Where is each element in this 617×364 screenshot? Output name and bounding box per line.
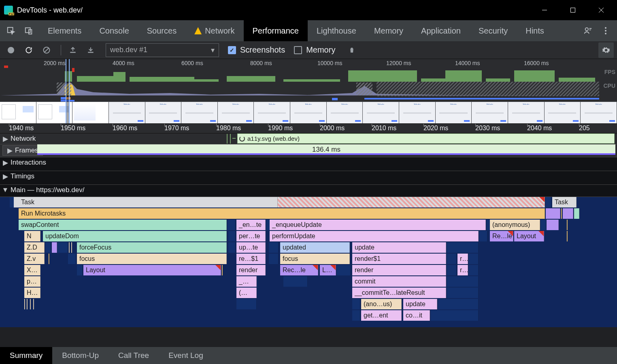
flame-bar[interactable]: render$1 bbox=[352, 254, 446, 264]
flame-bar[interactable]: up…te bbox=[236, 242, 266, 253]
flame-bar[interactable]: focus bbox=[280, 254, 350, 264]
screenshot-thumb[interactable]: Web.dev bbox=[363, 102, 399, 123]
track-interactions[interactable]: ▶Interactions bbox=[0, 157, 617, 171]
flame-bar-longtask[interactable] bbox=[278, 197, 545, 207]
delete-recording-button[interactable] bbox=[344, 42, 360, 58]
flame-bar[interactable]: performUpdate bbox=[270, 231, 479, 241]
flame-bar[interactable] bbox=[447, 288, 479, 298]
screenshot-thumb[interactable] bbox=[72, 102, 109, 123]
flame-bar[interactable] bbox=[447, 254, 457, 264]
flame-bar[interactable]: (anonymous) bbox=[490, 220, 540, 230]
flame-bar[interactable] bbox=[469, 254, 479, 264]
flame-bar[interactable] bbox=[69, 242, 70, 253]
flame-bar[interactable] bbox=[438, 299, 479, 309]
flame-bar[interactable] bbox=[228, 242, 236, 253]
record-button[interactable] bbox=[3, 42, 19, 58]
flame-bar[interactable]: Z.D bbox=[24, 242, 45, 253]
flame-bar[interactable] bbox=[567, 220, 568, 230]
flame-bar[interactable] bbox=[71, 242, 72, 253]
screenshot-thumb[interactable]: Web.dev bbox=[472, 102, 508, 123]
flame-bar[interactable] bbox=[447, 242, 479, 253]
flame-bar[interactable] bbox=[27, 299, 28, 309]
flame-bar[interactable]: Layout bbox=[83, 265, 221, 275]
flame-bar[interactable] bbox=[563, 208, 573, 219]
flame-bar[interactable]: r… bbox=[457, 265, 468, 275]
flame-bar[interactable] bbox=[352, 299, 360, 309]
flame-bar[interactable] bbox=[228, 231, 236, 241]
flame-bar[interactable] bbox=[57, 242, 68, 253]
reload-record-button[interactable] bbox=[21, 42, 36, 58]
network-request-bar[interactable]: a11y.svg (web.dev) bbox=[237, 133, 615, 144]
tab-sources[interactable]: Sources bbox=[138, 20, 185, 41]
flame-bar[interactable]: p… bbox=[24, 276, 40, 287]
recording-selector[interactable]: web.dev #1 ▾ bbox=[106, 43, 219, 57]
flame-bar[interactable] bbox=[541, 220, 546, 230]
tab-application[interactable]: Application bbox=[412, 20, 470, 41]
flame-bar[interactable] bbox=[352, 310, 360, 321]
flame-bar[interactable] bbox=[561, 208, 562, 219]
detail-ruler[interactable]: 1940 ms 1950 ms 1960 ms 1970 ms 1980 ms … bbox=[0, 124, 617, 133]
flame-bar[interactable] bbox=[567, 231, 568, 241]
flame-bar[interactable] bbox=[469, 265, 479, 275]
frame-bar[interactable]: 136.4 ms bbox=[37, 144, 615, 155]
flame-bar[interactable] bbox=[236, 299, 257, 309]
flame-bar[interactable] bbox=[431, 310, 479, 321]
flame-bar[interactable]: update bbox=[352, 242, 446, 253]
flame-bar[interactable] bbox=[45, 242, 51, 253]
flame-bar[interactable]: get…ent bbox=[361, 310, 402, 321]
clear-button[interactable] bbox=[39, 42, 54, 58]
tab-event-log[interactable]: Event Log bbox=[159, 347, 213, 364]
flame-bar[interactable]: _… bbox=[236, 276, 257, 287]
screenshot-thumb[interactable]: Web.dev bbox=[145, 102, 182, 123]
flame-bar[interactable]: Layout bbox=[514, 231, 544, 241]
flame-bar[interactable] bbox=[52, 242, 57, 253]
flame-bar[interactable]: N bbox=[24, 231, 40, 241]
flame-bar[interactable] bbox=[447, 276, 479, 287]
track-main-header[interactable]: ▼Main — https://web.dev/ bbox=[0, 185, 617, 197]
feedback-icon[interactable] bbox=[580, 23, 596, 39]
screenshot-thumb[interactable]: Web.dev bbox=[399, 102, 436, 123]
screenshot-thumb[interactable]: Web.dev bbox=[181, 102, 218, 123]
tab-security[interactable]: Security bbox=[470, 20, 517, 41]
tab-lighthouse[interactable]: Lighthouse bbox=[308, 20, 365, 41]
memory-checkbox[interactable]: Memory bbox=[294, 45, 335, 55]
flame-bar[interactable] bbox=[49, 254, 49, 264]
tab-performance[interactable]: Performance bbox=[244, 20, 308, 41]
load-profile-button[interactable] bbox=[65, 42, 81, 58]
flame-bar[interactable]: re…$1 bbox=[236, 254, 266, 264]
flame-bar[interactable] bbox=[269, 242, 279, 253]
save-profile-button[interactable] bbox=[83, 42, 98, 58]
flame-bar[interactable]: focus bbox=[77, 254, 227, 264]
flame-bar[interactable]: _enqueueUpdate bbox=[270, 220, 486, 230]
tab-bottom-up[interactable]: Bottom-Up bbox=[52, 347, 109, 364]
flame-bar[interactable]: render bbox=[236, 265, 266, 275]
flame-bar[interactable]: (… bbox=[236, 288, 257, 298]
main-flame-chart[interactable]: Task Task Run Microtasks swapContent _en… bbox=[0, 197, 617, 327]
flame-bar[interactable]: updateDom bbox=[43, 231, 227, 241]
flame-bar[interactable] bbox=[222, 265, 223, 275]
flame-bar[interactable]: commit bbox=[352, 276, 446, 287]
track-network[interactable]: ▶Network a11y.svg (web.dev) bbox=[0, 133, 617, 144]
tab-summary[interactable]: Summary bbox=[0, 347, 52, 364]
screenshot-thumb[interactable] bbox=[0, 102, 36, 123]
flame-bar[interactable]: L… bbox=[320, 265, 336, 275]
tab-call-tree[interactable]: Call Tree bbox=[109, 347, 159, 364]
flame-bar[interactable] bbox=[257, 276, 258, 287]
flame-bar[interactable] bbox=[24, 299, 25, 309]
flame-bar[interactable]: Task bbox=[19, 197, 278, 207]
screenshot-thumb[interactable]: Web.dev bbox=[436, 102, 472, 123]
track-frames[interactable]: ▶Frames 136.4 ms bbox=[0, 144, 617, 157]
screenshot-thumb[interactable]: Web.dev bbox=[254, 102, 290, 123]
flame-bar[interactable] bbox=[447, 265, 457, 275]
flame-bar[interactable]: r… bbox=[457, 254, 468, 264]
tab-hints[interactable]: Hints bbox=[517, 20, 553, 41]
screenshot-thumb[interactable]: Web.dev bbox=[290, 102, 327, 123]
capture-settings-button[interactable] bbox=[598, 42, 614, 58]
screenshot-thumb[interactable]: Web.dev bbox=[109, 102, 145, 123]
flame-bar[interactable]: Run Microtasks bbox=[19, 208, 545, 219]
flame-bar[interactable] bbox=[228, 220, 236, 230]
flame-bar[interactable]: forceFocus bbox=[77, 242, 227, 253]
screenshot-thumb[interactable]: Web.dev bbox=[545, 102, 581, 123]
flame-bar[interactable]: Task bbox=[552, 197, 577, 207]
close-button[interactable] bbox=[587, 0, 615, 20]
